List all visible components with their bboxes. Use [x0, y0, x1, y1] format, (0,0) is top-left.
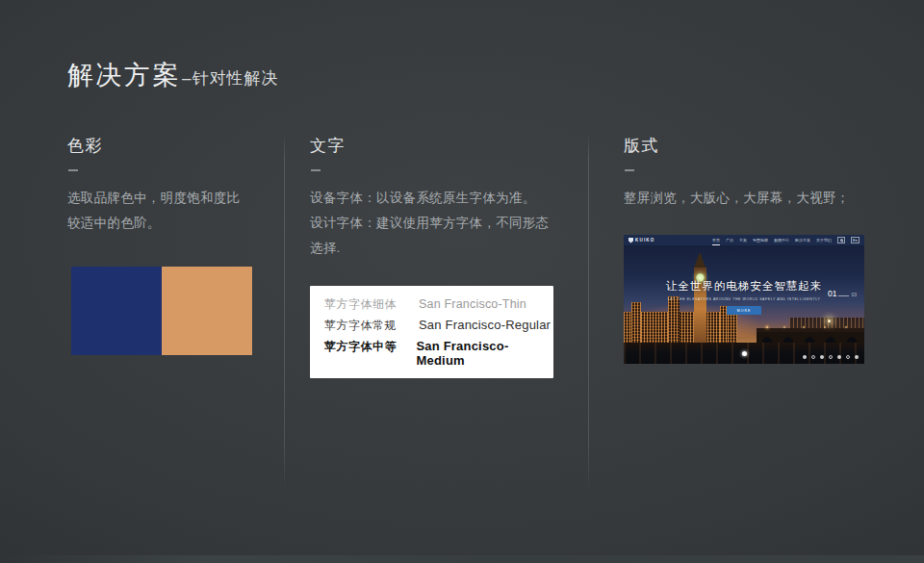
- column-typography-heading: 文字: [310, 135, 562, 157]
- column-divider: [284, 133, 285, 491]
- site-more-button: MORE: [727, 306, 761, 315]
- page-subtitle: –针对性解决: [182, 67, 278, 90]
- site-lang-button: En: [851, 237, 860, 243]
- column-typography-body: 设备字体：以设备系统原生字体为准。 设计字体：建议使用苹方字体，不同形态选择.: [310, 186, 562, 261]
- body-line: 设备字体：以设备系统原生字体为准。: [310, 186, 562, 211]
- site-nav: 首页 产品 方案 智慧电梯 新闻中心 解决方案 关于我们 En: [712, 237, 860, 243]
- bridge-lamps: [766, 326, 768, 328]
- pager-line: [838, 295, 849, 296]
- color-swatches: [71, 267, 265, 355]
- social-icon: [803, 355, 808, 360]
- social-icon: [837, 355, 842, 360]
- font-en-label: San Francisco-Thin: [419, 297, 526, 311]
- column-layout-body: 整屏浏览，大版心，大屏幕，大视野；: [624, 186, 869, 211]
- social-icon: [846, 355, 851, 360]
- column-layout-heading: 版式: [624, 135, 869, 157]
- column-divider: [588, 133, 589, 491]
- heading-dash: [311, 169, 321, 171]
- font-en-label: San Francisco-Medium: [416, 339, 553, 368]
- site-logo: KUIKO: [629, 238, 655, 243]
- heading-dash: [625, 169, 634, 171]
- swatch-blue: [71, 267, 162, 355]
- font-row-medium: 苹方字体中等 San Francisco-Medium: [324, 339, 553, 368]
- site-nav-item: 产品: [726, 238, 733, 243]
- column-color: 色彩 选取品牌色中，明度饱和度比较适中的色阶。: [67, 135, 265, 355]
- site-nav-item: 智慧电梯: [753, 238, 768, 243]
- font-cn-label: 苹方字体常规: [324, 318, 419, 334]
- heading-dash: [68, 169, 78, 171]
- site-nav-item: 首页: [712, 238, 720, 243]
- font-row-thin: 苹方字体细体 San Francisco-Thin: [324, 296, 553, 313]
- column-color-body: 选取品牌色中，明度饱和度比较适中的色阶。: [67, 186, 252, 236]
- font-row-regular: 苹方字体常规 San Francisco-Regular: [324, 318, 553, 334]
- pager-total: 03: [851, 292, 857, 297]
- site-nav-item: 方案: [739, 238, 747, 243]
- pager-current: 01: [828, 289, 836, 298]
- magnifier-icon: [840, 239, 843, 242]
- website-example-image: KUIKO 首页 产品 方案 智慧电梯 新闻中心 解决方案 关于我们 En 让全…: [624, 235, 864, 364]
- site-logo-text: KUIKO: [635, 238, 655, 243]
- font-cn-label: 苹方字体中等: [324, 339, 416, 355]
- site-nav-item: 新闻中心: [774, 238, 789, 243]
- site-search-icon: [837, 237, 845, 243]
- shield-logo-icon: [629, 238, 633, 243]
- social-icon: [820, 355, 825, 360]
- column-layout: 版式 整屏浏览，大版心，大屏幕，大视野； KUIKO: [624, 135, 869, 364]
- big-ben-spire: [694, 252, 706, 268]
- social-icon: [829, 355, 834, 360]
- column-color-heading: 色彩: [67, 135, 265, 157]
- page-title: 解决方案: [67, 58, 181, 92]
- site-social-icons: [803, 355, 860, 360]
- font-specimen-card: 苹方字体细体 San Francisco-Thin 苹方字体常规 San Fra…: [310, 286, 553, 378]
- bridge-arches: [757, 332, 864, 343]
- swatch-orange: [162, 267, 252, 355]
- site-header: KUIKO 首页 产品 方案 智慧电梯 新闻中心 解决方案 关于我们 En: [624, 235, 864, 245]
- site-nav-item: 解决方案: [795, 238, 810, 243]
- bottom-texture: [0, 555, 924, 563]
- social-icon: [855, 355, 860, 360]
- scroll-indicator-dot: [742, 351, 747, 356]
- title-block: 解决方案 –针对性解决: [67, 58, 278, 92]
- street-lamp: [828, 320, 831, 322]
- presentation-slide: 解决方案 –针对性解决 色彩 选取品牌色中，明度饱和度比较适中的色阶。 文字 设…: [0, 0, 924, 563]
- site-pager: 01 03: [828, 289, 857, 298]
- site-nav-item: 关于我们: [816, 238, 832, 243]
- body-line: 设计字体：建议使用苹方字体，不同形态选择.: [310, 211, 562, 261]
- font-en-label: San Francisco-Regular: [419, 318, 551, 332]
- font-cn-label: 苹方字体细体: [324, 296, 419, 313]
- column-typography: 文字 设备字体：以设备系统原生字体为准。 设计字体：建议使用苹方字体，不同形态选…: [310, 135, 562, 378]
- social-icon: [811, 355, 816, 360]
